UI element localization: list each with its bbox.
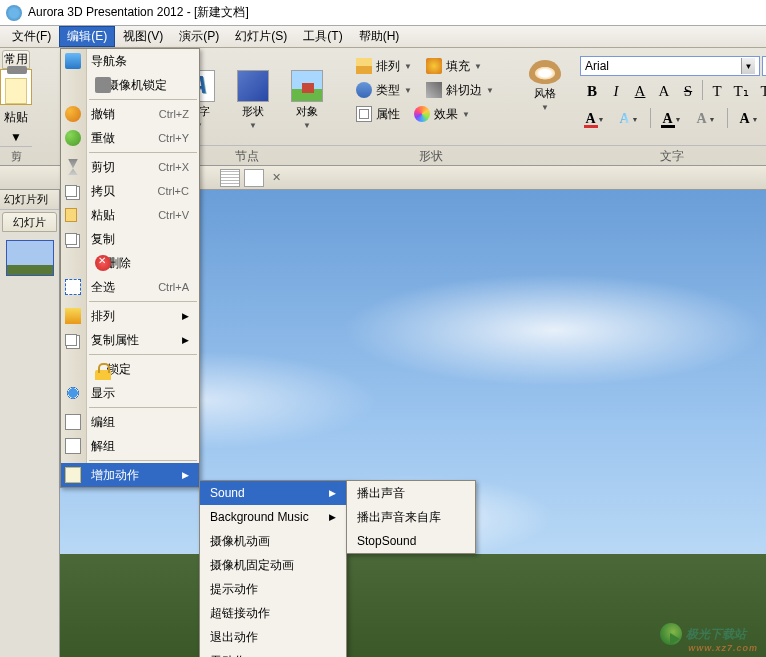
menu-item[interactable]: 摄像机锁定 [61, 73, 199, 97]
menu-item[interactable]: 复制 [61, 227, 199, 251]
menu-view[interactable]: 视图(V) [115, 26, 171, 47]
submenu-item[interactable]: 播出声音 [347, 481, 475, 505]
submenu-item[interactable]: 提示动作 [200, 577, 346, 601]
text-color-3[interactable]: A▼ [657, 108, 687, 130]
submenu-item-label: 提示动作 [210, 581, 258, 598]
paste-s-icon [65, 208, 77, 222]
menu-item[interactable]: 拷贝Ctrl+C [61, 179, 199, 203]
chevron-down-icon: ▼ [404, 86, 412, 95]
menu-item[interactable]: 排列▶ [61, 304, 199, 328]
submenu-item[interactable]: 播出声音来自库 [347, 505, 475, 529]
menu-item[interactable]: 粘贴Ctrl+V [61, 203, 199, 227]
menu-file[interactable]: 文件(F) [4, 26, 59, 47]
chevron-down-icon: ▼ [462, 110, 470, 119]
menu-item[interactable]: 导航条 [61, 49, 199, 73]
submenu-item[interactable]: Background Music▶ [200, 505, 346, 529]
type-button[interactable]: 类型▼ [352, 80, 416, 101]
menu-item[interactable]: 解组 [61, 434, 199, 458]
menu-item[interactable]: 锁定 [61, 357, 199, 381]
chevron-down-icon[interactable]: ▼ [741, 58, 755, 74]
menu-item-label: 全选 [91, 279, 115, 296]
bevel-button[interactable]: 斜切边▼ [422, 80, 498, 101]
object-icon [291, 70, 323, 102]
close-icon[interactable]: ✕ [268, 170, 284, 186]
undo-icon [65, 106, 81, 122]
submenu-item[interactable]: 超链接动作 [200, 601, 346, 625]
text-color-1[interactable]: A▼ [580, 108, 610, 130]
menu-separator [89, 99, 197, 100]
menu-separator [89, 354, 197, 355]
menu-item-label: 导航条 [91, 53, 127, 70]
redo-icon [65, 130, 81, 146]
submenu-item-label: StopSound [357, 534, 416, 548]
text-color-4[interactable]: A▼ [691, 108, 721, 130]
app-icon [6, 5, 22, 21]
text-t-button[interactable]: T [705, 80, 729, 102]
add-icon [65, 467, 81, 483]
style-button[interactable]: 风格▼ [522, 60, 568, 130]
menu-item[interactable]: 删除 [61, 251, 199, 275]
view-2-button[interactable] [244, 169, 264, 187]
font-size-combo[interactable]: 8▼ [762, 56, 766, 76]
menu-tools[interactable]: 工具(T) [295, 26, 350, 47]
shape-button[interactable]: 形状▼ [230, 70, 276, 141]
menu-item[interactable]: 增加动作▶ [61, 463, 199, 487]
bold-button[interactable]: B [580, 80, 604, 102]
menu-item[interactable]: 显示 [61, 381, 199, 405]
sound-submenu[interactable]: 播出声音播出声音来自库StopSound [346, 480, 476, 554]
menu-help[interactable]: 帮助(H) [351, 26, 408, 47]
menu-item[interactable]: 剪切Ctrl+X [61, 155, 199, 179]
object-button[interactable]: 对象▼ [284, 70, 330, 141]
arrange-button[interactable]: 排列▼ [352, 56, 416, 77]
chevron-down-icon: ▼ [249, 121, 257, 130]
submenu-item-label: Sound [210, 486, 245, 500]
submenu-item[interactable]: Sound▶ [200, 481, 346, 505]
fontcolor-button[interactable]: A [652, 80, 676, 102]
edit-menu-dropdown[interactable]: 导航条摄像机锁定撤销Ctrl+Z重做Ctrl+Y剪切Ctrl+X拷贝Ctrl+C… [60, 48, 200, 488]
italic-button[interactable]: I [604, 80, 628, 102]
submenu-item[interactable]: 摄像机动画 [200, 529, 346, 553]
chevron-down-icon: ▼ [486, 86, 494, 95]
submenu-item[interactable]: 摄像机固定动画 [200, 553, 346, 577]
effect-button[interactable]: 效果▼ [410, 104, 474, 125]
menu-item[interactable]: 全选Ctrl+A [61, 275, 199, 299]
strike-button[interactable]: S [676, 80, 700, 102]
add-action-submenu[interactable]: Sound▶Background Music▶摄像机动画摄像机固定动画提示动作超… [199, 480, 347, 657]
text-color-2[interactable]: A▼ [614, 108, 644, 130]
type-icon [356, 82, 372, 98]
menu-slide[interactable]: 幻灯片(S) [227, 26, 295, 47]
slide-thumbnail[interactable] [6, 240, 54, 276]
menu-present[interactable]: 演示(P) [171, 26, 227, 47]
menu-item[interactable]: 重做Ctrl+Y [61, 126, 199, 150]
submenu-item[interactable]: 退出动作 [200, 625, 346, 649]
fill-button[interactable]: 填充▼ [422, 56, 486, 77]
menu-item[interactable]: 撤销Ctrl+Z [61, 102, 199, 126]
text-color-5[interactable]: A▼ [734, 108, 764, 130]
font-name-combo[interactable]: Arial▼ [580, 56, 760, 76]
clipboard-group-label: 剪 [0, 146, 32, 166]
slide-tab[interactable]: 幻灯片 [2, 212, 57, 232]
paste-button[interactable]: 粘贴 ▼ [0, 69, 32, 144]
text-t2-button[interactable]: T [753, 80, 766, 102]
menu-item-label: 重做 [91, 130, 115, 147]
menu-edit[interactable]: 编辑(E) [59, 26, 115, 47]
submenu-item-label: 播出声音 [357, 485, 405, 502]
submenu-item[interactable]: StopSound [347, 529, 475, 553]
submenu-item[interactable]: 无动作 [200, 649, 346, 657]
menu-bar[interactable]: 文件(F) 编辑(E) 视图(V) 演示(P) 幻灯片(S) 工具(T) 帮助(… [0, 26, 766, 48]
menu-item-label: 排列 [91, 308, 115, 325]
underline-button[interactable]: A [628, 80, 652, 102]
submenu-item-label: 退出动作 [210, 629, 258, 646]
paste-label: 粘贴 [4, 109, 28, 126]
paste-icon [0, 69, 32, 105]
menu-item-label: 拷贝 [91, 183, 115, 200]
prop-button[interactable]: 属性 [352, 104, 404, 125]
chevron-down-icon: ▼ [474, 62, 482, 71]
view-1-button[interactable] [220, 169, 240, 187]
menu-item-label: 编组 [91, 414, 115, 431]
slide-panel: 幻灯片列 幻灯片 [0, 190, 60, 657]
menu-item[interactable]: 编组 [61, 410, 199, 434]
menu-item[interactable]: 复制属性▶ [61, 328, 199, 352]
menu-item-label: 增加动作 [91, 467, 139, 484]
subscript-button[interactable]: T₁ [729, 80, 753, 102]
